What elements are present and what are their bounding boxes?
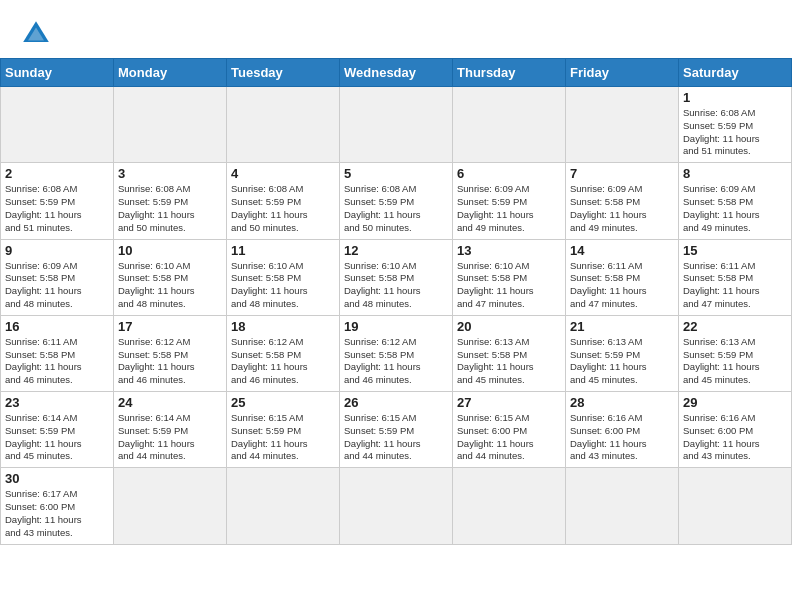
- calendar-cell-16: 10Sunrise: 6:10 AM Sunset: 5:58 PM Dayli…: [114, 239, 227, 315]
- calendar-cell-33: 27Sunrise: 6:15 AM Sunset: 6:00 PM Dayli…: [453, 392, 566, 468]
- day-number: 15: [683, 243, 787, 258]
- weekday-header-tuesday: Tuesday: [227, 59, 340, 87]
- calendar-cell-21: 15Sunrise: 6:11 AM Sunset: 5:58 PM Dayli…: [679, 239, 792, 315]
- day-number: 7: [570, 166, 674, 181]
- day-number: 10: [118, 243, 222, 258]
- day-info: Sunrise: 6:16 AM Sunset: 6:00 PM Dayligh…: [570, 412, 674, 463]
- day-info: Sunrise: 6:13 AM Sunset: 5:59 PM Dayligh…: [570, 336, 674, 387]
- calendar-cell-17: 11Sunrise: 6:10 AM Sunset: 5:58 PM Dayli…: [227, 239, 340, 315]
- day-number: 30: [5, 471, 109, 486]
- page: SundayMondayTuesdayWednesdayThursdayFrid…: [0, 0, 792, 612]
- weekday-header-friday: Friday: [566, 59, 679, 87]
- day-number: 23: [5, 395, 109, 410]
- calendar-cell-4: [340, 87, 453, 163]
- calendar-cell-30: 24Sunrise: 6:14 AM Sunset: 5:59 PM Dayli…: [114, 392, 227, 468]
- calendar-cell-35: 29Sunrise: 6:16 AM Sunset: 6:00 PM Dayli…: [679, 392, 792, 468]
- day-info: Sunrise: 6:12 AM Sunset: 5:58 PM Dayligh…: [344, 336, 448, 387]
- day-number: 20: [457, 319, 561, 334]
- day-info: Sunrise: 6:13 AM Sunset: 5:59 PM Dayligh…: [683, 336, 787, 387]
- calendar-cell-3: [227, 87, 340, 163]
- day-info: Sunrise: 6:15 AM Sunset: 5:59 PM Dayligh…: [344, 412, 448, 463]
- calendar-cell-7: 1Sunrise: 6:08 AM Sunset: 5:59 PM Daylig…: [679, 87, 792, 163]
- calendar-cell-36: 30Sunrise: 6:17 AM Sunset: 6:00 PM Dayli…: [1, 468, 114, 544]
- day-info: Sunrise: 6:08 AM Sunset: 5:59 PM Dayligh…: [231, 183, 335, 234]
- day-info: Sunrise: 6:12 AM Sunset: 5:58 PM Dayligh…: [118, 336, 222, 387]
- day-info: Sunrise: 6:08 AM Sunset: 5:59 PM Dayligh…: [118, 183, 222, 234]
- calendar-cell-19: 13Sunrise: 6:10 AM Sunset: 5:58 PM Dayli…: [453, 239, 566, 315]
- weekday-header-sunday: Sunday: [1, 59, 114, 87]
- calendar-cell-5: [453, 87, 566, 163]
- calendar-cell-41: [566, 468, 679, 544]
- calendar-cell-25: 19Sunrise: 6:12 AM Sunset: 5:58 PM Dayli…: [340, 315, 453, 391]
- day-number: 16: [5, 319, 109, 334]
- calendar-cell-9: 3Sunrise: 6:08 AM Sunset: 5:59 PM Daylig…: [114, 163, 227, 239]
- calendar-cell-18: 12Sunrise: 6:10 AM Sunset: 5:58 PM Dayli…: [340, 239, 453, 315]
- calendar-cell-6: [566, 87, 679, 163]
- calendar-cell-28: 22Sunrise: 6:13 AM Sunset: 5:59 PM Dayli…: [679, 315, 792, 391]
- calendar-cell-22: 16Sunrise: 6:11 AM Sunset: 5:58 PM Dayli…: [1, 315, 114, 391]
- day-info: Sunrise: 6:09 AM Sunset: 5:58 PM Dayligh…: [5, 260, 109, 311]
- day-info: Sunrise: 6:12 AM Sunset: 5:58 PM Dayligh…: [231, 336, 335, 387]
- calendar-cell-27: 21Sunrise: 6:13 AM Sunset: 5:59 PM Dayli…: [566, 315, 679, 391]
- calendar-cell-15: 9Sunrise: 6:09 AM Sunset: 5:58 PM Daylig…: [1, 239, 114, 315]
- calendar-cell-40: [453, 468, 566, 544]
- calendar-cell-2: [114, 87, 227, 163]
- day-info: Sunrise: 6:09 AM Sunset: 5:58 PM Dayligh…: [683, 183, 787, 234]
- day-number: 19: [344, 319, 448, 334]
- weekday-header-monday: Monday: [114, 59, 227, 87]
- day-number: 17: [118, 319, 222, 334]
- day-number: 18: [231, 319, 335, 334]
- calendar-cell-39: [340, 468, 453, 544]
- calendar-cell-42: [679, 468, 792, 544]
- calendar-cell-26: 20Sunrise: 6:13 AM Sunset: 5:58 PM Dayli…: [453, 315, 566, 391]
- calendar-cell-32: 26Sunrise: 6:15 AM Sunset: 5:59 PM Dayli…: [340, 392, 453, 468]
- calendar-cell-14: 8Sunrise: 6:09 AM Sunset: 5:58 PM Daylig…: [679, 163, 792, 239]
- weekday-header-row: SundayMondayTuesdayWednesdayThursdayFrid…: [1, 59, 792, 87]
- day-info: Sunrise: 6:11 AM Sunset: 5:58 PM Dayligh…: [683, 260, 787, 311]
- calendar-cell-24: 18Sunrise: 6:12 AM Sunset: 5:58 PM Dayli…: [227, 315, 340, 391]
- weekday-header-thursday: Thursday: [453, 59, 566, 87]
- calendar-cell-10: 4Sunrise: 6:08 AM Sunset: 5:59 PM Daylig…: [227, 163, 340, 239]
- weekday-header-wednesday: Wednesday: [340, 59, 453, 87]
- day-number: 1: [683, 90, 787, 105]
- day-info: Sunrise: 6:14 AM Sunset: 5:59 PM Dayligh…: [5, 412, 109, 463]
- weekday-header-saturday: Saturday: [679, 59, 792, 87]
- header: [0, 0, 792, 58]
- day-number: 29: [683, 395, 787, 410]
- day-info: Sunrise: 6:10 AM Sunset: 5:58 PM Dayligh…: [118, 260, 222, 311]
- calendar-cell-31: 25Sunrise: 6:15 AM Sunset: 5:59 PM Dayli…: [227, 392, 340, 468]
- day-number: 28: [570, 395, 674, 410]
- calendar-cell-37: [114, 468, 227, 544]
- day-number: 4: [231, 166, 335, 181]
- day-number: 2: [5, 166, 109, 181]
- day-number: 25: [231, 395, 335, 410]
- day-number: 26: [344, 395, 448, 410]
- day-number: 5: [344, 166, 448, 181]
- calendar-cell-13: 7Sunrise: 6:09 AM Sunset: 5:58 PM Daylig…: [566, 163, 679, 239]
- day-number: 21: [570, 319, 674, 334]
- day-info: Sunrise: 6:15 AM Sunset: 5:59 PM Dayligh…: [231, 412, 335, 463]
- calendar: SundayMondayTuesdayWednesdayThursdayFrid…: [0, 58, 792, 545]
- calendar-row-5: 23Sunrise: 6:14 AM Sunset: 5:59 PM Dayli…: [1, 392, 792, 468]
- day-number: 3: [118, 166, 222, 181]
- day-number: 12: [344, 243, 448, 258]
- day-info: Sunrise: 6:08 AM Sunset: 5:59 PM Dayligh…: [5, 183, 109, 234]
- day-info: Sunrise: 6:08 AM Sunset: 5:59 PM Dayligh…: [344, 183, 448, 234]
- calendar-cell-23: 17Sunrise: 6:12 AM Sunset: 5:58 PM Dayli…: [114, 315, 227, 391]
- day-info: Sunrise: 6:09 AM Sunset: 5:59 PM Dayligh…: [457, 183, 561, 234]
- day-number: 14: [570, 243, 674, 258]
- calendar-cell-20: 14Sunrise: 6:11 AM Sunset: 5:58 PM Dayli…: [566, 239, 679, 315]
- calendar-row-1: 1Sunrise: 6:08 AM Sunset: 5:59 PM Daylig…: [1, 87, 792, 163]
- day-info: Sunrise: 6:10 AM Sunset: 5:58 PM Dayligh…: [344, 260, 448, 311]
- calendar-row-3: 9Sunrise: 6:09 AM Sunset: 5:58 PM Daylig…: [1, 239, 792, 315]
- day-info: Sunrise: 6:15 AM Sunset: 6:00 PM Dayligh…: [457, 412, 561, 463]
- calendar-cell-38: [227, 468, 340, 544]
- day-info: Sunrise: 6:08 AM Sunset: 5:59 PM Dayligh…: [683, 107, 787, 158]
- calendar-cell-8: 2Sunrise: 6:08 AM Sunset: 5:59 PM Daylig…: [1, 163, 114, 239]
- calendar-row-4: 16Sunrise: 6:11 AM Sunset: 5:58 PM Dayli…: [1, 315, 792, 391]
- day-number: 13: [457, 243, 561, 258]
- day-info: Sunrise: 6:10 AM Sunset: 5:58 PM Dayligh…: [231, 260, 335, 311]
- day-number: 24: [118, 395, 222, 410]
- day-number: 9: [5, 243, 109, 258]
- day-info: Sunrise: 6:16 AM Sunset: 6:00 PM Dayligh…: [683, 412, 787, 463]
